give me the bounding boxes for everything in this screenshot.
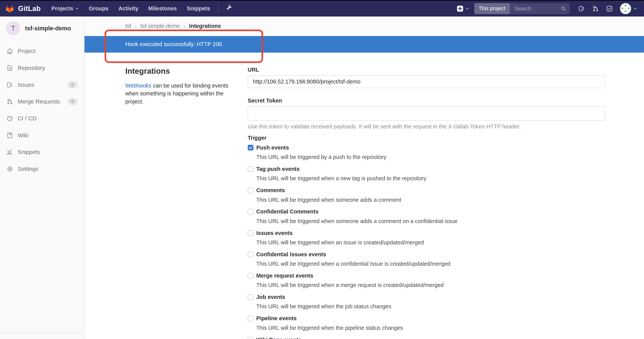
new-menu-button[interactable] — [456, 5, 469, 12]
merge-request-icon — [592, 5, 599, 12]
trigger-row-tag-push-events: Tag push eventsThis URL will be triggere… — [248, 165, 605, 182]
sidebar-item-wiki[interactable]: Wiki — [0, 127, 84, 144]
breadcrumb-item-tsf-simple-demo[interactable]: tsf-simple-demo — [140, 23, 180, 29]
flash-notice-banner: Hook executed successfully: HTTP 200 — [84, 36, 644, 52]
breadcrumb-separator-icon: › — [184, 23, 186, 29]
trigger-checkbox-list: Push eventsThis URL will be triggered by… — [248, 144, 605, 339]
trigger-checkbox-label[interactable]: Issues events — [248, 229, 605, 237]
gitlab-home-link[interactable]: GitLab — [5, 4, 41, 13]
nav-link-label: Groups — [89, 5, 109, 12]
breadcrumb-item-tsf[interactable]: tsf — [125, 23, 131, 29]
trigger-row-merge-request-events: Merge request eventsThis URL will be tri… — [248, 272, 605, 289]
trigger-description: This URL will be triggered when an issue… — [256, 238, 605, 247]
url-label: URL — [248, 66, 605, 73]
trigger-description: This URL will be triggered when the pipe… — [256, 324, 605, 332]
sidebar-footer — [0, 333, 84, 339]
url-field-group: URL — [248, 66, 605, 88]
plus-icon — [456, 5, 464, 12]
todo-check-icon — [606, 5, 613, 12]
checkbox-unchecked-icon[interactable] — [248, 209, 254, 214]
settings-icon — [6, 166, 13, 172]
breadcrumb: tsf›tsf-simple-demo›Integrations — [125, 23, 221, 29]
trigger-description: This URL will be triggered when the job … — [256, 302, 605, 310]
trigger-row-comments: CommentsThis URL will be triggered when … — [248, 186, 605, 204]
trigger-row-confidential-comments: Confidential CommentsThis URL will be tr… — [248, 208, 605, 225]
url-input[interactable] — [248, 75, 605, 88]
nav-link-activity[interactable]: Activity — [114, 1, 144, 16]
trigger-checkbox-label[interactable]: Wiki Page events — [248, 336, 605, 339]
trigger-checkbox-label[interactable]: Push events — [248, 144, 605, 152]
sidebar-item-settings[interactable]: Settings — [0, 160, 84, 177]
trigger-row-job-events: Job eventsThis URL will be triggered whe… — [248, 293, 605, 310]
secret-token-input[interactable] — [248, 106, 605, 121]
checkbox-unchecked-icon[interactable] — [248, 230, 254, 236]
trigger-name: Merge request events — [256, 272, 313, 279]
trigger-row-push-events: Push eventsThis URL will be triggered by… — [248, 144, 605, 161]
nav-link-snippets[interactable]: Snippets — [182, 1, 215, 16]
top-navbar: GitLab ProjectsGroupsActivityMilestonesS… — [0, 1, 644, 16]
sidebar-item-merge-requests[interactable]: Merge Requests0 — [0, 93, 84, 110]
search-scope-toggle[interactable]: This project — [474, 3, 510, 14]
sidebar-item-issues[interactable]: Issues0 — [0, 76, 84, 93]
window-top-edge — [0, 0, 644, 1]
sidebar-item-label: Settings — [18, 166, 38, 172]
trigger-label: Trigger — [248, 135, 605, 141]
count-badge: 0 — [68, 98, 78, 105]
document-icon — [6, 65, 13, 71]
checkbox-checked-icon[interactable] — [248, 145, 254, 150]
nav-link-projects[interactable]: Projects — [46, 1, 84, 16]
chevron-down-icon — [75, 6, 79, 10]
trigger-name: Tag push events — [256, 166, 300, 172]
snippets-icon — [6, 149, 13, 155]
nav-link-milestones[interactable]: Milestones — [143, 1, 182, 16]
trigger-checkbox-label[interactable]: Merge request events — [248, 272, 605, 280]
checkbox-unchecked-icon[interactable] — [248, 166, 254, 172]
breadcrumb-separator-icon: › — [135, 23, 137, 29]
nav-divider — [218, 4, 219, 13]
project-context-link[interactable]: T tsf-simple-demo — [0, 16, 84, 40]
chevron-down-icon[interactable] — [633, 6, 637, 10]
trigger-checkbox-label[interactable]: Confidential Issues events — [248, 250, 605, 258]
trigger-checkbox-label[interactable]: Tag push events — [248, 165, 605, 173]
todos-button[interactable] — [606, 5, 613, 12]
cicd-icon — [6, 115, 13, 122]
checkbox-unchecked-icon[interactable] — [248, 273, 254, 278]
section-intro-column: Integrations Webhooks can be used for bi… — [125, 66, 248, 339]
merge-requests-dashboard-button[interactable] — [592, 5, 599, 12]
search-icon — [561, 6, 566, 11]
primary-nav: ProjectsGroupsActivityMilestonesSnippets — [46, 1, 215, 16]
checkbox-unchecked-icon[interactable] — [248, 337, 254, 339]
webhook-form: URL Secret Token Use this token to valid… — [248, 66, 605, 339]
search-input[interactable] — [514, 5, 561, 12]
trigger-name: Issues events — [256, 230, 292, 236]
trigger-checkbox-label[interactable]: Comments — [248, 186, 605, 194]
section-description: Webhooks can be used for binding events … — [125, 82, 235, 106]
checkbox-unchecked-icon[interactable] — [248, 316, 254, 321]
nav-link-label: Snippets — [187, 5, 210, 12]
trigger-row-issues-events: Issues eventsThis URL will be triggered … — [248, 229, 605, 247]
checkbox-unchecked-icon[interactable] — [248, 294, 254, 300]
sidebar-nav: ProjectRepositoryIssues0Merge Requests0C… — [0, 42, 84, 177]
secret-token-label: Secret Token — [248, 98, 605, 104]
nav-link-groups[interactable]: Groups — [84, 1, 114, 16]
issues-dashboard-button[interactable] — [578, 5, 585, 12]
admin-area-button[interactable] — [222, 5, 236, 12]
flash-notice-text: Hook executed successfully: HTTP 200 — [125, 41, 222, 48]
trigger-checkbox-label[interactable]: Job events — [248, 293, 605, 301]
trigger-checkbox-label[interactable]: Confidential Comments — [248, 208, 605, 216]
trigger-description: This URL will be triggered when a merge … — [256, 281, 605, 289]
sidebar-item-project[interactable]: Project — [0, 42, 84, 60]
trigger-description: This URL will be triggered when a confid… — [256, 260, 605, 268]
trigger-name: Wiki Page events — [256, 337, 302, 339]
trigger-name: Push events — [256, 144, 289, 151]
sidebar-item-repository[interactable]: Repository — [0, 60, 84, 76]
sidebar-item-snippets[interactable]: Snippets — [0, 144, 84, 161]
page-title: Integrations — [125, 66, 248, 76]
sidebar-item-ci-cd[interactable]: CI / CD — [0, 110, 84, 127]
checkbox-unchecked-icon[interactable] — [248, 252, 254, 257]
trigger-checkbox-label[interactable]: Pipeline events — [248, 314, 605, 322]
count-badge: 0 — [68, 81, 78, 88]
webhooks-link[interactable]: Webhooks — [125, 82, 151, 89]
checkbox-unchecked-icon[interactable] — [248, 188, 254, 193]
user-avatar[interactable] — [620, 3, 631, 14]
